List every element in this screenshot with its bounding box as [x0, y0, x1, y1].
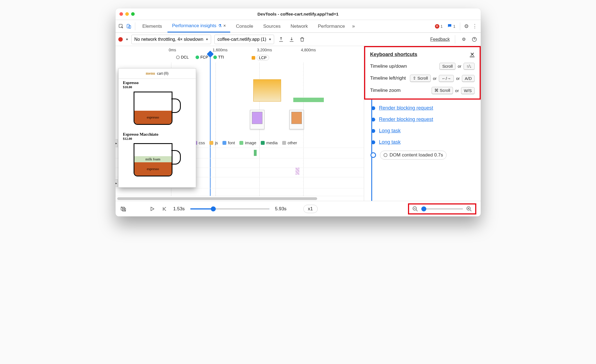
tick-1600ms: 1,600ms [213, 48, 228, 52]
close-tab-icon[interactable]: × [223, 23, 226, 28]
errors-badge[interactable]: ✕ 1 [433, 24, 444, 29]
track-collapser[interactable]: ▶ [116, 139, 118, 147]
kb-title: Keyboard shortcuts [370, 52, 417, 57]
more-tabs-icon[interactable]: » [350, 23, 357, 29]
insight-link[interactable]: Long task [379, 128, 401, 134]
help-icon[interactable] [471, 36, 478, 43]
zoom-out-icon[interactable] [412, 206, 419, 212]
panel-settings-icon[interactable]: ⚙ [460, 36, 467, 43]
zoom-slider[interactable] [421, 208, 463, 209]
insight-item[interactable]: Long task [366, 136, 481, 148]
kb-key: ⇧ Scroll [410, 75, 431, 82]
cup-icon: espresso milk foam [134, 143, 181, 179]
tab-performance-insights[interactable]: Performance insights ⚗ × [167, 20, 230, 32]
timeline-panel[interactable]: 0ms 1,600ms 3,200ms 4,800ms DCL FCP TTI … [116, 46, 364, 201]
close-icon[interactable]: ✕ [470, 51, 475, 58]
net-image-block[interactable] [254, 150, 257, 156]
keyboard-shortcuts-panel: Keyboard shortcuts ✕ Timeline up/down Sc… [364, 46, 481, 100]
bullet-icon [371, 106, 375, 110]
insight-item[interactable]: Render blocking request [366, 114, 481, 125]
bullet-icon [371, 118, 375, 122]
import-icon[interactable] [288, 36, 295, 43]
kb-key: ↑/↓ [464, 63, 474, 70]
error-icon: ✕ [435, 24, 439, 29]
chevron-down-icon: ▾ [269, 37, 271, 41]
preview-item-name: Espresso [123, 80, 191, 85]
insight-dcl-pill[interactable]: DOM content loaded 0.7s [380, 151, 447, 160]
disable-screenshots-icon[interactable] [120, 206, 127, 212]
insights-list[interactable]: Render blocking request Render blocking … [364, 100, 481, 201]
track-collapser[interactable]: ▶ [116, 179, 118, 187]
record-button[interactable] [118, 37, 123, 42]
cup-icon: espresso [134, 92, 181, 128]
screenshot-preview: menu cart (0) Espresso $10.00 espresso E… [118, 68, 196, 188]
skip-back-icon[interactable] [161, 206, 168, 212]
marker-lcp[interactable]: LCP [252, 55, 269, 60]
tab-sources[interactable]: Sources [259, 20, 285, 32]
insight-item[interactable]: Render blocking request [366, 102, 481, 114]
message-icon [447, 23, 452, 29]
settings-icon[interactable]: ⚙ [463, 23, 470, 29]
insight-link[interactable]: Long task [379, 139, 401, 145]
devtools-tabstrip: Elements Performance insights ⚗ × Consol… [116, 20, 481, 33]
export-icon[interactable] [277, 36, 285, 43]
inspect-icon[interactable] [118, 23, 124, 30]
playback-slider[interactable] [190, 208, 269, 209]
green-block [293, 98, 324, 102]
insight-link[interactable]: Render blocking request [379, 117, 433, 122]
tab-console[interactable]: Console [231, 20, 257, 32]
playback-speed[interactable]: x1 [303, 205, 318, 213]
insight-link[interactable]: Render blocking request [379, 105, 433, 111]
kb-label: Timeline up/down [370, 64, 407, 69]
right-panel: Keyboard shortcuts ✕ Timeline up/down Sc… [364, 46, 481, 201]
insight-item[interactable]: Long task [366, 125, 481, 136]
screenshot-thumb[interactable] [289, 110, 304, 129]
divider [135, 22, 135, 30]
bullet-icon [371, 129, 375, 133]
tab-elements[interactable]: Elements [138, 20, 167, 32]
tab-network[interactable]: Network [286, 20, 312, 32]
main-area: 0ms 1,600ms 3,200ms 4,800ms DCL FCP TTI … [116, 46, 481, 201]
throttling-select[interactable]: No network throttling, 4× slowdown ▾ [131, 35, 211, 44]
playback-time-start: 1.53s [173, 206, 185, 212]
record-menu-caret[interactable]: ▾ [126, 37, 128, 41]
kb-label: Timeline zoom [370, 88, 401, 93]
tab-performance[interactable]: Performance [314, 20, 349, 32]
timeline-markers: DCL FCP TTI LCP [116, 54, 364, 63]
kb-label: Timeline left/right [370, 75, 406, 81]
traffic-minimize[interactable] [125, 12, 129, 16]
divider [455, 35, 455, 44]
playback-time-end: 5.93s [275, 206, 287, 212]
feedback-link[interactable]: Feedback [430, 37, 450, 42]
zoom-in-icon[interactable] [466, 206, 472, 212]
device-toggle-icon[interactable] [126, 23, 132, 30]
preview-item-price: $10.00 [123, 85, 191, 89]
timeline-scrollbar[interactable] [116, 196, 364, 201]
time-scale: 0ms 1,600ms 3,200ms 4,800ms [116, 46, 364, 54]
marker-dcl[interactable]: DCL [176, 55, 189, 59]
screenshot-thumb[interactable] [250, 110, 264, 129]
play-icon[interactable] [149, 206, 156, 212]
tick-4800ms: 4,800ms [301, 48, 316, 52]
kb-key: ⌘ Scroll [432, 87, 453, 94]
window-title: DevTools - coffee-cart.netlify.app/?ad=1 [116, 12, 481, 17]
chevron-down-icon: ▾ [206, 37, 208, 41]
task-stripe[interactable] [296, 168, 299, 175]
insight-item[interactable]: DOM content loaded 0.7s [366, 148, 481, 162]
bullet-open-icon [370, 152, 376, 158]
tick-0ms: 0ms [169, 48, 176, 52]
kebab-menu-icon[interactable]: ⋮ [471, 23, 479, 29]
playhead[interactable] [210, 54, 211, 196]
network-legend: css js font image media other [193, 140, 297, 145]
traffic-close[interactable] [119, 12, 123, 16]
marker-tti[interactable]: TTI [213, 55, 224, 59]
messages-badge[interactable]: 1 [445, 23, 457, 29]
marker-fcp[interactable]: FCP [196, 55, 208, 59]
zoom-controls [408, 203, 476, 214]
playback-footer: 1.53s 5.93s x1 [116, 201, 481, 216]
kb-key: ←/→ [439, 75, 454, 82]
traffic-zoom[interactable] [131, 12, 135, 16]
ring-icon [384, 153, 387, 157]
recording-select[interactable]: coffee-cart.netlify.app (1) ▾ [214, 35, 274, 44]
delete-icon[interactable] [299, 36, 306, 43]
